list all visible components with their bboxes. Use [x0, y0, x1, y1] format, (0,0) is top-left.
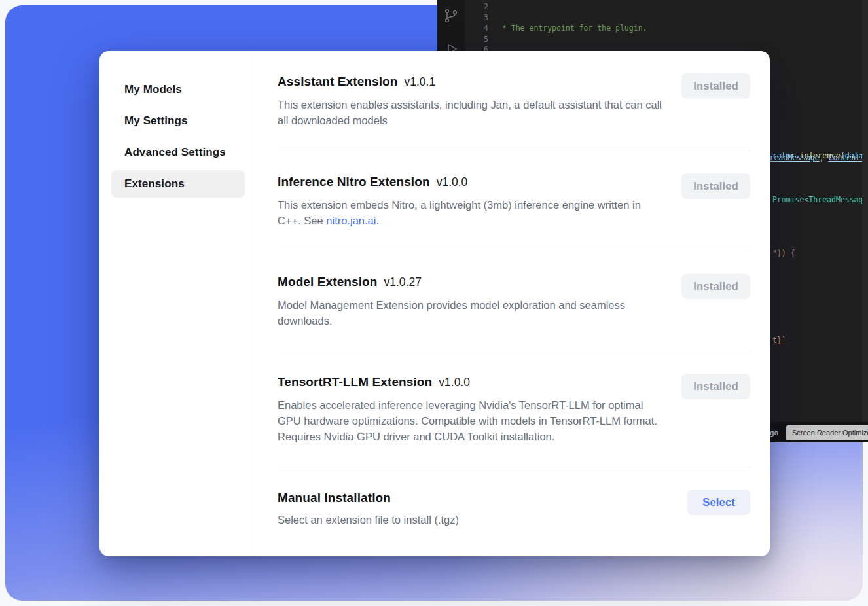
extension-title: TensortRT-LLM Extension: [278, 374, 432, 391]
extension-title: Assistant Extension: [278, 73, 398, 90]
manual-installation-section: Manual Installation Select an extension …: [278, 467, 750, 550]
installed-button[interactable]: Installed: [681, 73, 750, 99]
nav-item-my-models[interactable]: My Models: [111, 76, 245, 103]
settings-nav: My Models My Settings Advanced Settings …: [99, 51, 255, 556]
installed-button[interactable]: Installed: [681, 274, 750, 299]
extension-description: Model Management Extension provides mode…: [278, 297, 664, 329]
extension-title: Model Extension: [278, 274, 377, 291]
nav-item-advanced-settings[interactable]: Advanced Settings: [111, 139, 245, 166]
extension-version: v1.0.27: [384, 276, 421, 289]
manual-installation-description: Select an extension file to install (.tg…: [278, 512, 459, 527]
extension-section-assistant: Assistant Extension v1.0.1 This extensio…: [278, 51, 750, 151]
extension-title: Inference Nitro Extension: [278, 173, 430, 190]
editor-scrollbar[interactable]: [862, 0, 868, 442]
extension-section-model: Model Extension v1.0.27 Model Management…: [278, 251, 750, 351]
code-fragment: ")) {: [772, 248, 795, 259]
nav-item-my-settings[interactable]: My Settings: [111, 107, 245, 135]
settings-modal: My Models My Settings Advanced Settings …: [99, 51, 770, 556]
extension-description: Enables accelerated inference leveraging…: [278, 397, 664, 444]
code-fragment: rator.inference(data));: [772, 151, 868, 162]
extension-section-nitro: Inference Nitro Extension v1.0.0 This ex…: [278, 151, 750, 251]
extension-section-tensorrt: TensortRT-LLM Extension v1.0.0 Enables a…: [278, 351, 750, 467]
extension-version: v1.0.0: [439, 376, 470, 389]
code-line: * The entrypoint for the plugin.: [497, 23, 868, 34]
nitro-link[interactable]: nitro.jan.ai.: [326, 215, 379, 226]
git-branch-icon: [443, 8, 459, 27]
extension-description: This extension enables assistants, inclu…: [278, 97, 664, 128]
code-fragment: Promise<ThreadMessage>: [772, 194, 868, 205]
extension-version: v1.0.1: [405, 75, 436, 89]
code-fragment: t}`: [772, 335, 786, 346]
select-file-button[interactable]: Select: [687, 490, 750, 515]
extension-description: This extension embeds Nitro, a lightweig…: [278, 197, 664, 228]
extensions-panel: Assistant Extension v1.0.1 This extensio…: [255, 51, 770, 556]
screen-reader-chip[interactable]: Screen Reader Optimize: [786, 425, 868, 440]
installed-button[interactable]: Installed: [681, 374, 750, 399]
installed-button[interactable]: Installed: [681, 173, 750, 199]
manual-installation-title: Manual Installation: [278, 490, 391, 507]
status-text: go: [770, 428, 778, 439]
nav-item-extensions[interactable]: Extensions: [111, 170, 245, 198]
editor-line-numbers: 2 3 4 5 6: [471, 1, 488, 56]
extension-version: v1.0.0: [437, 175, 468, 189]
